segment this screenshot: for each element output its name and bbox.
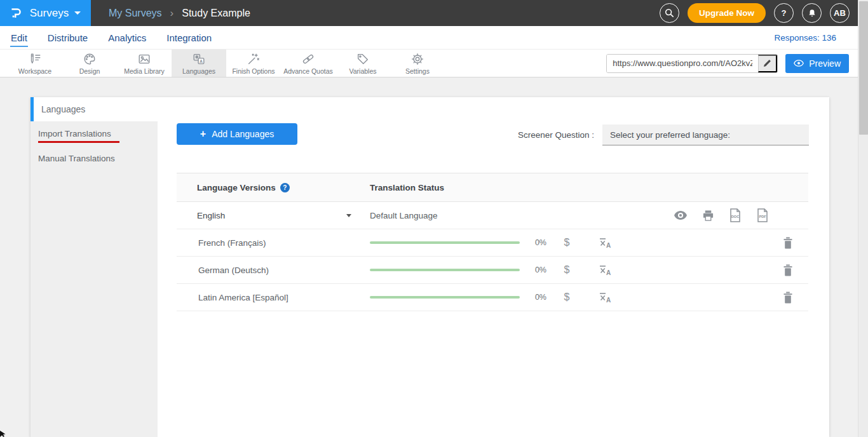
screener-question-select[interactable]: Select your preferred language: <box>602 124 809 145</box>
svg-text:A: A <box>606 297 611 304</box>
eye-icon <box>674 210 688 220</box>
default-language-status: Default Language <box>370 211 438 220</box>
help-icon: ? <box>782 8 787 18</box>
translation-progress-bar <box>370 296 520 299</box>
toolbar-item-finish-options[interactable]: Finish Options <box>226 50 281 77</box>
search-icon <box>665 8 674 18</box>
search-button[interactable] <box>660 3 679 23</box>
trash-icon <box>783 264 793 276</box>
table-row-language: German (Deutsch) 0% $ A <box>177 257 808 284</box>
sidebar-item-languages[interactable]: Languages <box>31 97 158 121</box>
languages-panel: Languages Import Translations Manual Tra… <box>31 97 829 437</box>
toolbar-item-label: Media Library <box>124 67 165 75</box>
tab-distribute[interactable]: Distribute <box>47 31 88 44</box>
language-name: German (Deutsch) <box>177 266 370 275</box>
breadcrumb: My Surveys › Study Example <box>109 7 250 20</box>
edit-toolbar: Workspace Design Media Library A <box>0 50 858 77</box>
screener-question-label: Screener Question : <box>488 130 594 140</box>
svg-text:A: A <box>606 242 611 249</box>
scrollbar-thumb[interactable] <box>859 1 868 135</box>
column-header-language-versions: Language Versions ? <box>177 183 370 192</box>
preview-label: Preview <box>809 58 841 69</box>
export-doc-button[interactable]: DOC <box>729 208 742 222</box>
toolbar-item-label: Design <box>79 67 100 75</box>
plus-icon: + <box>200 128 206 140</box>
product-label: Surveys <box>30 7 69 20</box>
surveys-product-menu[interactable]: Surveys <box>0 0 91 26</box>
translation-progress-percent: 0% <box>520 293 546 302</box>
default-language-name: English <box>197 211 225 220</box>
auto-translate-button[interactable]: A <box>587 290 623 304</box>
help-button[interactable]: ? <box>774 3 794 23</box>
breadcrumb-my-surveys[interactable]: My Surveys <box>109 8 162 19</box>
svg-text:DOC: DOC <box>731 215 739 218</box>
toolbar-item-languages[interactable]: A Languages <box>172 50 226 77</box>
translate-icon: A <box>598 263 612 277</box>
sidebar-item-import-translations[interactable]: Import Translations <box>38 129 111 138</box>
chain-links-icon <box>301 52 316 66</box>
auto-translate-button[interactable]: A <box>587 263 623 277</box>
printer-icon <box>702 210 714 222</box>
add-languages-label: Add Languages <box>212 129 274 139</box>
avatar-initials: AB <box>834 8 846 18</box>
delete-language-button[interactable] <box>783 237 793 249</box>
translate-icon: A <box>598 236 612 250</box>
auto-translate-button[interactable]: A <box>587 236 623 250</box>
help-circle-icon[interactable]: ? <box>280 183 290 192</box>
upgrade-now-label: Upgrade Now <box>699 8 754 18</box>
translation-progress-bar <box>370 241 520 244</box>
responses-count-link[interactable]: Responses: 136 <box>774 33 836 43</box>
toolbar-item-advance-quotas[interactable]: Advance Quotas <box>281 50 336 77</box>
toolbar-item-design[interactable]: Design <box>62 50 117 77</box>
app-screen: Surveys My Surveys › Study Example Upgra… <box>0 0 868 437</box>
toolbar-item-workspace[interactable]: Workspace <box>8 50 62 77</box>
edit-url-button[interactable] <box>758 55 777 72</box>
page-scrollbar[interactable] <box>858 0 868 437</box>
paid-translation-button[interactable]: $ <box>546 237 587 248</box>
chevron-down-icon <box>74 11 81 15</box>
tab-analytics[interactable]: Analytics <box>107 31 147 44</box>
pencil-icon <box>763 59 771 67</box>
preview-button[interactable]: Preview <box>785 54 849 73</box>
language-name: French (Français) <box>177 238 370 248</box>
export-pdf-button[interactable]: PDF <box>756 208 769 222</box>
delete-language-button[interactable] <box>783 264 793 276</box>
translation-progress-percent: 0% <box>520 238 546 247</box>
languages-icon: A <box>191 52 207 66</box>
gear-icon <box>410 52 425 66</box>
sidebar-item-manual-translations[interactable]: Manual Translations <box>38 154 115 163</box>
paid-translation-button[interactable]: $ <box>546 292 587 303</box>
toolbar-item-media-library[interactable]: Media Library <box>117 50 172 77</box>
topbar-actions: Upgrade Now ? AB <box>660 3 850 23</box>
questionpro-logo-icon <box>10 6 24 20</box>
toolbar-item-variables[interactable]: Variables <box>336 50 390 77</box>
toolbar-item-label: Settings <box>405 67 430 75</box>
add-languages-button[interactable]: + Add Languages <box>177 123 297 145</box>
media-library-icon <box>137 52 152 66</box>
svg-text:A: A <box>606 269 611 276</box>
toolbar-item-settings[interactable]: Settings <box>390 50 445 77</box>
view-survey-button[interactable] <box>674 210 688 220</box>
translation-progress-percent: 0% <box>520 266 546 274</box>
avatar[interactable]: AB <box>830 3 850 23</box>
default-language-select[interactable]: English <box>177 211 370 220</box>
toolbar-item-label: Advance Quotas <box>283 67 333 75</box>
design-palette-icon <box>82 52 97 66</box>
language-versions-table: Language Versions ? Translation Status E… <box>177 173 808 311</box>
print-survey-button[interactable] <box>702 210 714 222</box>
survey-url-input[interactable] <box>607 55 758 72</box>
upgrade-now-button[interactable]: Upgrade Now <box>688 3 766 23</box>
tab-integration[interactable]: Integration <box>166 31 212 44</box>
workspace-icon <box>27 52 43 66</box>
screener-question-value: Select your preferred language: <box>610 130 730 140</box>
default-row-actions: DOC PDF <box>674 208 769 222</box>
doc-file-icon: DOC <box>729 208 742 222</box>
pdf-file-icon: PDF <box>756 208 769 222</box>
notifications-button[interactable] <box>802 3 822 23</box>
toolbar-item-label: Workspace <box>18 67 51 75</box>
delete-language-button[interactable] <box>783 292 793 304</box>
eye-icon <box>794 60 804 67</box>
paid-translation-button[interactable]: $ <box>546 264 587 276</box>
tab-edit[interactable]: Edit <box>10 31 28 44</box>
translation-progress-bar <box>370 269 520 271</box>
